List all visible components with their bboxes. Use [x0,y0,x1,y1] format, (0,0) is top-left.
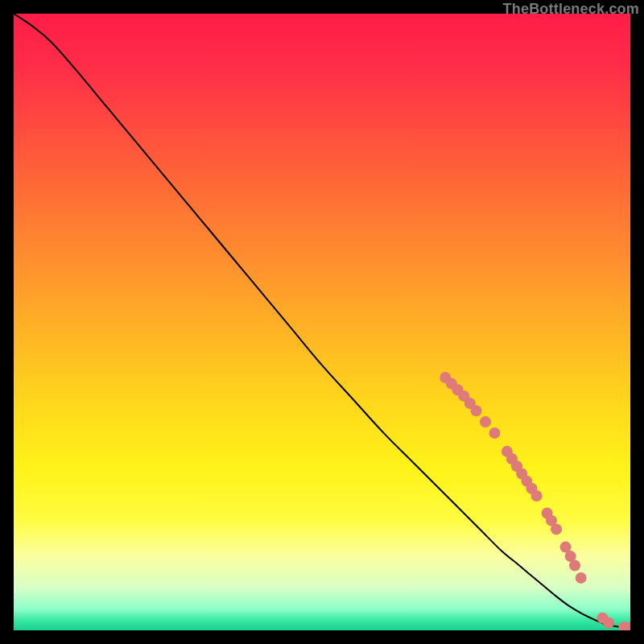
data-marker [569,560,580,572]
chart-stage: TheBottleneck.com [0,0,644,644]
data-marker [489,427,500,439]
data-marker [531,490,543,502]
data-marker [480,416,491,427]
data-marker [576,572,587,584]
data-marker [603,617,614,629]
data-marker [551,523,562,535]
data-marker [471,405,482,416]
bottleneck-chart [14,14,630,630]
